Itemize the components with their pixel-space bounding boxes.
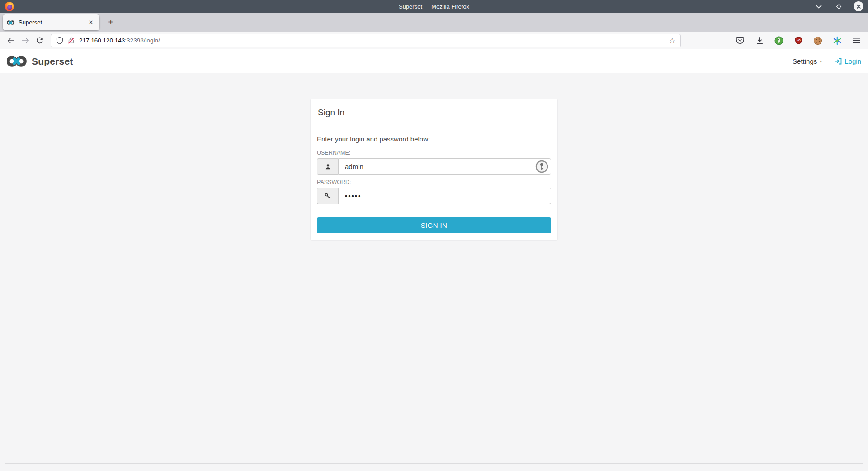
settings-menu[interactable]: Settings ▾: [793, 57, 822, 65]
sign-in-panel: Sign In Enter your login and password be…: [310, 99, 558, 241]
username-input[interactable]: [338, 158, 551, 175]
maximize-button[interactable]: [834, 1, 844, 11]
superset-navbar: Superset Settings ▾ Login: [0, 49, 868, 73]
login-link[interactable]: Login: [835, 57, 861, 65]
page-content: Sign In Enter your login and password be…: [0, 73, 868, 471]
password-input[interactable]: [338, 188, 551, 204]
password-label: PASSWORD:: [317, 179, 551, 185]
page-footer: [5, 463, 863, 471]
tab-strip: Superset ✕ +: [0, 13, 868, 32]
cookie-icon: [813, 36, 822, 45]
reload-button[interactable]: [33, 34, 47, 47]
url-bar[interactable]: 217.160.120.143:32393/login/ ☆: [51, 34, 681, 47]
brand-title: Superset: [32, 56, 73, 67]
tracking-shield-icon[interactable]: [56, 37, 63, 44]
toolbar-extensions: uO: [733, 34, 863, 47]
firefox-window: Superset — Mozilla Firefox S: [0, 0, 868, 471]
cookie-extension-button[interactable]: [811, 34, 825, 47]
chevron-down-icon: [816, 5, 822, 9]
user-icon: [325, 163, 331, 170]
navigation-toolbar: 217.160.120.143:32393/login/ ☆: [0, 32, 868, 49]
username-group: [317, 158, 551, 175]
hamburger-menu-icon: [853, 38, 860, 43]
pocket-icon: [736, 37, 744, 44]
firefox-logo-icon: [5, 2, 14, 11]
pocket-button[interactable]: [733, 34, 747, 47]
caret-down-icon: ▾: [820, 59, 822, 64]
back-arrow-icon: [7, 38, 15, 44]
minimize-button[interactable]: [814, 1, 824, 11]
titlebar: Superset — Mozilla Firefox: [0, 0, 868, 13]
window-title: Superset — Mozilla Firefox: [0, 3, 868, 10]
login-label: Login: [844, 57, 861, 65]
sign-in-form: Enter your login and password below: USE…: [317, 123, 551, 233]
superset-favicon-icon: [7, 20, 15, 25]
menu-button[interactable]: [850, 34, 863, 47]
panel-title: Sign In: [317, 99, 551, 123]
url-path: :32393/login/: [125, 37, 160, 44]
key-icon: [324, 193, 331, 200]
tab-superset[interactable]: Superset ✕: [3, 14, 99, 30]
forward-arrow-icon: [22, 38, 29, 44]
bookmark-star-icon[interactable]: ☆: [669, 36, 675, 45]
username-label: USERNAME:: [317, 150, 551, 156]
ublock-origin-extension-button[interactable]: uO: [792, 34, 805, 47]
pinwheel-extension-button[interactable]: [830, 34, 844, 47]
window-controls: [814, 1, 863, 11]
settings-label: Settings: [793, 57, 817, 65]
reload-icon: [36, 37, 43, 44]
download-icon: [756, 37, 764, 45]
back-button[interactable]: [4, 34, 18, 47]
close-button[interactable]: [854, 1, 863, 11]
privacy-badger-icon: [774, 36, 783, 45]
close-icon: [856, 4, 861, 9]
sign-in-icon: [835, 58, 842, 65]
svg-text:uO: uO: [797, 38, 801, 42]
new-tab-button[interactable]: +: [104, 15, 118, 29]
url-text: 217.160.120.143:32393/login/: [79, 37, 160, 44]
superset-brand[interactable]: Superset: [7, 55, 73, 68]
tab-title: Superset: [19, 19, 83, 26]
tab-close-icon[interactable]: ✕: [86, 18, 95, 27]
insecure-lock-icon[interactable]: [67, 37, 75, 44]
username-addon: [317, 158, 338, 175]
privacy-badger-extension-button[interactable]: [772, 34, 786, 47]
password-group: [317, 188, 551, 204]
diamond-icon: [836, 4, 842, 9]
forward-button[interactable]: [18, 34, 33, 47]
password-manager-icon[interactable]: [535, 160, 548, 173]
pinwheel-asterisk-icon: [833, 36, 842, 45]
superset-logo-icon: [7, 55, 28, 68]
url-host: 217.160.120.143: [79, 37, 125, 44]
sign-in-button[interactable]: SIGN IN: [317, 217, 551, 233]
downloads-button[interactable]: [753, 34, 766, 47]
navbar-right: Settings ▾ Login: [793, 57, 861, 65]
ublock-origin-icon: uO: [794, 36, 803, 45]
password-addon: [317, 188, 338, 204]
form-intro-text: Enter your login and password below:: [317, 135, 551, 143]
